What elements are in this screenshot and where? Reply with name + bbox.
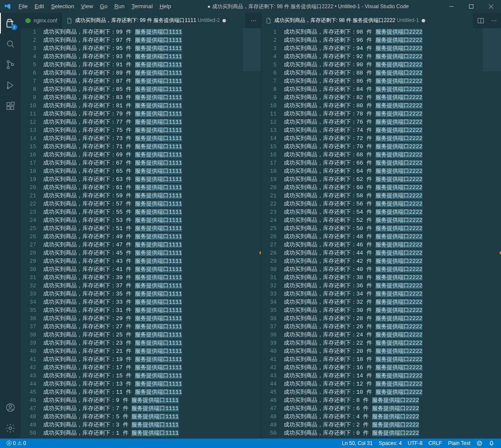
status-language[interactable]: Plain Text [445, 439, 473, 448]
activity-run-debug[interactable] [0, 75, 21, 96]
activity-source-control[interactable] [0, 54, 21, 75]
code-line: 成功买到商品，库存还剩下：59 件 服务提供端口1111 [43, 192, 261, 200]
line-number: 22 [261, 200, 277, 208]
line-number: 31 [21, 274, 36, 282]
window-title: ● 成功买到商品，库存还剩下: 98 件 服务提供端口2222 • Untitl… [175, 3, 442, 10]
title-bar: File Edit Selection View Go Run Terminal… [0, 0, 501, 13]
code-line: 成功买到商品，库存还剩下：11 件 服务提供端口1111 [43, 388, 261, 396]
line-number: 45 [261, 388, 277, 396]
status-cursor-position[interactable]: Ln 50, Col 31 [339, 439, 376, 448]
line-number: 30 [261, 265, 277, 274]
line-number: 43 [261, 372, 277, 380]
line-number: 35 [21, 306, 36, 314]
menu-view[interactable]: View [78, 0, 97, 13]
line-number: 45 [21, 388, 36, 396]
tab-untitled-1[interactable]: 成功买到商品，库存还剩下: 98 件 服务提供端口2222 Untitled-1 [261, 13, 474, 28]
menu-edit[interactable]: Edit [31, 0, 47, 13]
svg-rect-14 [11, 102, 14, 105]
code-line: 成功买到商品，库存还剩下：7 件 服务提供端口1111 [43, 404, 261, 413]
line-number: 11 [21, 110, 36, 118]
status-eol[interactable]: CRLF [426, 439, 445, 448]
activity-accounts[interactable] [0, 397, 21, 418]
code-line: 成功买到商品，库存还剩下：38 件 服务提供端口2222 [284, 274, 501, 282]
code-line: 成功买到商品，库存还剩下：36 件 服务提供端口2222 [284, 282, 501, 290]
code-line: 成功买到商品，库存还剩下：12 件 服务提供端口2222 [284, 380, 501, 388]
line-number: 38 [21, 331, 36, 339]
close-button[interactable] [481, 0, 501, 13]
menu-help[interactable]: Help [156, 0, 175, 13]
menu-run[interactable]: Run [111, 0, 128, 13]
code-line: 成功买到商品，库存还剩下：70 件 服务提供端口2222 [284, 143, 501, 151]
svg-point-16 [9, 405, 12, 408]
status-problems[interactable]: ⓧ0 ⚠0 [3, 439, 29, 448]
code-line: 成功买到商品，库存还剩下：55 件 服务提供端口1111 [43, 208, 261, 216]
activity-settings[interactable] [0, 418, 21, 439]
line-number: 8 [261, 85, 277, 93]
code-line: 成功买到商品，库存还剩下：35 件 服务提供端口1111 [43, 290, 261, 298]
line-number: 49 [261, 421, 277, 429]
code-line: 成功买到商品，库存还剩下：61 件 服务提供端口1111 [43, 184, 261, 192]
line-number: 16 [261, 151, 277, 159]
line-number: 25 [21, 224, 36, 233]
line-number: 18 [261, 167, 277, 175]
minimize-button[interactable] [442, 0, 461, 13]
tab-nginx-conf[interactable]: nginx.conf [21, 13, 62, 28]
code-line: 成功买到商品，库存还剩下：17 件 服务提供端口1111 [43, 364, 261, 372]
activity-extensions[interactable] [0, 96, 21, 116]
line-number: 19 [261, 175, 277, 184]
line-number: 12 [21, 118, 36, 126]
status-notifications-icon[interactable] [485, 439, 498, 448]
status-indentation[interactable]: Spaces: 4 [376, 439, 404, 448]
code-line: 成功买到商品，库存还剩下：96 件 服务提供端口2222 [284, 36, 501, 44]
line-number: 6 [21, 69, 36, 77]
code-line: 成功买到商品，库存还剩下：32 件 服务提供端口2222 [284, 298, 501, 306]
warning-icon: ⚠ [17, 440, 22, 446]
svg-rect-13 [11, 106, 14, 109]
line-number: 49 [21, 421, 36, 429]
split-editor-icon[interactable] [476, 16, 485, 25]
code-line: 成功买到商品，库存还剩下：23 件 服务提供端口1111 [43, 339, 261, 347]
line-number: 31 [261, 274, 277, 282]
svg-rect-11 [7, 103, 10, 106]
code-line: 成功买到商品，库存还剩下：78 件 服务提供端口2222 [284, 110, 501, 118]
menu-go[interactable]: Go [97, 0, 111, 13]
line-number: 46 [261, 396, 277, 404]
code-line: 成功买到商品，库存还剩下：18 件 服务提供端口2222 [284, 355, 501, 364]
menu-file[interactable]: File [15, 0, 31, 13]
activity-search[interactable] [0, 34, 21, 54]
code-line: 成功买到商品，库存还剩下：52 件 服务提供端口2222 [284, 216, 501, 224]
svg-point-17 [9, 427, 12, 429]
code-line: 成功买到商品，库存还剩下：60 件 服务提供端口2222 [284, 184, 501, 192]
code-line: 成功买到商品，库存还剩下：76 件 服务提供端口2222 [284, 118, 501, 126]
file-icon [66, 18, 72, 24]
line-number: 9 [21, 93, 36, 102]
code-line: 成功买到商品，库存还剩下：24 件 服务提供端口2222 [284, 331, 501, 339]
tab-untitled-2[interactable]: 成功买到商品，库存还剩下: 99 件 服务提供端口1111 Untitled-2 [62, 13, 246, 28]
status-feedback-icon[interactable] [473, 439, 485, 448]
code-line: 成功买到商品，库存还剩下：82 件 服务提供端口2222 [284, 93, 501, 102]
more-actions-icon[interactable]: ⋯ [249, 16, 258, 25]
menu-selection[interactable]: Selection [47, 0, 77, 13]
code-line: 成功买到商品，库存还剩下：69 件 服务提供端口1111 [43, 151, 261, 159]
editor-right[interactable]: 1234567891011121314151617181920212223242… [261, 28, 501, 439]
line-number: 25 [261, 224, 277, 233]
status-encoding[interactable]: UTF-8 [405, 439, 426, 448]
code-line: 成功买到商品，库存还剩下：71 件 服务提供端口1111 [43, 143, 261, 151]
more-actions-icon[interactable]: ⋯ [489, 16, 498, 25]
line-number: 33 [21, 290, 36, 298]
menu-terminal[interactable]: Terminal [128, 0, 156, 13]
minimap-left[interactable] [243, 28, 261, 71]
activity-explorer[interactable]: 2 [0, 13, 21, 34]
code-line: 成功买到商品，库存还剩下：45 件 服务提供端口1111 [43, 249, 261, 257]
line-number: 17 [21, 159, 36, 167]
line-number: 21 [261, 192, 277, 200]
dirty-indicator-icon [222, 19, 226, 22]
code-line: 成功买到商品，库存还剩下：63 件 服务提供端口1111 [43, 175, 261, 184]
maximize-button[interactable] [461, 0, 481, 13]
code-line: 成功买到商品，库存还剩下：72 件 服务提供端口2222 [284, 134, 501, 143]
svg-rect-1 [470, 5, 473, 9]
editor-left[interactable]: 1234567891011121314151617181920212223242… [21, 28, 261, 439]
line-number: 22 [21, 200, 36, 208]
minimap-right[interactable] [483, 28, 501, 71]
line-number: 39 [261, 339, 277, 347]
